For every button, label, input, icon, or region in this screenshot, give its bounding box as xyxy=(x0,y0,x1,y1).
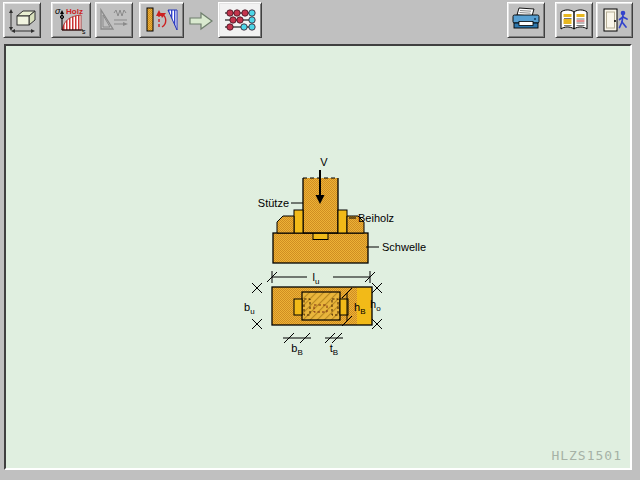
geometry-button[interactable] xyxy=(3,2,41,38)
exit-button[interactable] xyxy=(596,2,633,38)
open-book-icon xyxy=(558,6,590,34)
force-label: V xyxy=(320,156,328,168)
material-button[interactable]: σ Holz s xyxy=(51,2,91,38)
loads-button[interactable] xyxy=(139,2,184,38)
proceed-arrow-icon xyxy=(188,9,214,33)
dim-bB-label: bB xyxy=(291,342,302,357)
side-timber-left xyxy=(277,216,294,233)
side-timber-left-plan xyxy=(294,299,302,315)
dim-bu: bu xyxy=(244,283,262,329)
box-dimensions-icon xyxy=(6,6,38,34)
dim-tB-label: tB xyxy=(330,342,338,357)
printer-icon xyxy=(510,6,542,34)
supports-button-disabled[interactable] xyxy=(95,2,133,38)
column-label: Stütze xyxy=(258,197,289,209)
program-code-label: HLZS1501 xyxy=(551,448,622,463)
toolbar: σ Holz s xyxy=(0,0,640,42)
print-button[interactable] xyxy=(507,2,545,38)
manual-button[interactable] xyxy=(555,2,593,38)
elevation-view: V Stütze Beiholz Schwelle xyxy=(258,156,426,263)
support-spring-icon xyxy=(98,6,130,34)
plan-view: lu bu hB ho xyxy=(244,271,382,357)
calculate-button[interactable] xyxy=(218,2,262,38)
tenon-elevation xyxy=(313,233,328,240)
dim-lu-label: lu xyxy=(313,271,320,286)
holz-text: Holz xyxy=(66,7,83,16)
side-timber-left-strip xyxy=(294,210,303,233)
sill-label: Schwelle xyxy=(382,241,426,253)
dim-tB: tB xyxy=(325,333,343,357)
dim-lu: lu xyxy=(267,271,375,286)
column-section-plan xyxy=(302,292,340,320)
side-timber-label: Beiholz xyxy=(358,212,394,224)
dim-bB: bB xyxy=(283,333,311,357)
timber-joint-diagram: V Stütze Beiholz Schwelle xyxy=(6,46,630,468)
load-diagram-icon xyxy=(144,5,180,35)
s-symbol: s xyxy=(82,28,86,35)
exit-door-icon xyxy=(599,6,631,34)
dim-bu-label: bu xyxy=(244,301,255,316)
abacus-icon xyxy=(222,5,258,35)
sigma-wood-icon: σ Holz s xyxy=(54,5,88,35)
sigma-symbol: σ xyxy=(55,6,61,16)
drawing-canvas: V Stütze Beiholz Schwelle xyxy=(4,44,632,470)
side-timber-right-strip xyxy=(338,210,347,233)
